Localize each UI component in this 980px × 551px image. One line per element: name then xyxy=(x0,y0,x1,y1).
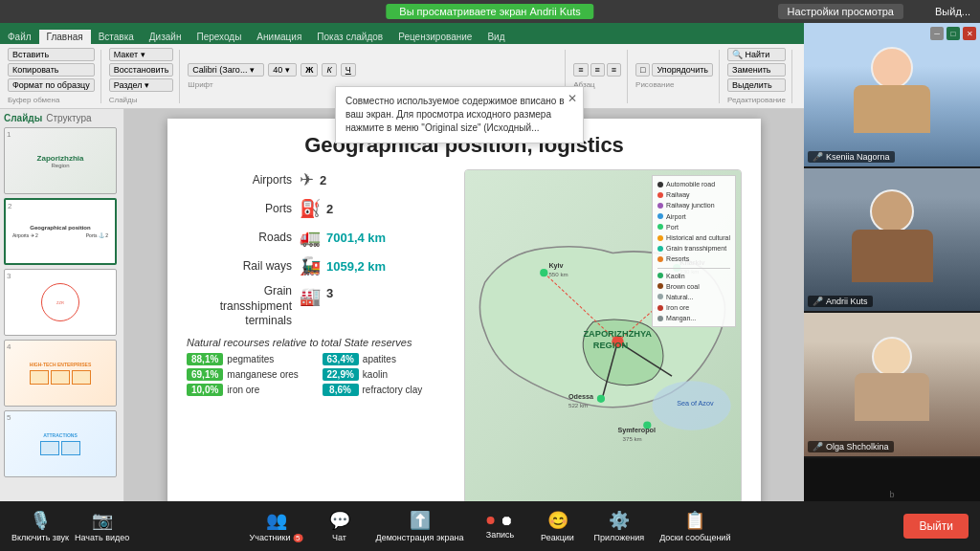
toggle-video-button[interactable]: 📷 Начать видео xyxy=(75,510,129,542)
new-slide-button[interactable]: Макет ▾ xyxy=(109,48,174,61)
share-icon: ⬆️ xyxy=(410,510,431,531)
tab-transitions[interactable]: Переходы xyxy=(189,30,249,44)
tab-animation[interactable]: Анимация xyxy=(249,30,309,44)
copy-button[interactable]: Копировать xyxy=(8,63,95,77)
tab-review[interactable]: Рецензирование xyxy=(390,30,479,44)
symferopol-dist: 375 km xyxy=(623,435,642,442)
apps-button[interactable]: ⚙️ Приложения xyxy=(594,510,645,542)
align-left-button[interactable]: ≡ xyxy=(573,63,588,77)
legend-dot-junction xyxy=(657,203,663,209)
align-center-button[interactable]: ≡ xyxy=(590,63,605,77)
shape-button[interactable]: □ xyxy=(635,63,650,77)
structure-tab[interactable]: Структура xyxy=(46,113,91,123)
kaolin-label: kaolin xyxy=(363,369,388,380)
person-body-2 xyxy=(852,230,933,282)
participant-name-andrii: Andrii Kuts xyxy=(826,297,868,306)
apatites-badge: 63,4% xyxy=(323,353,359,365)
reactions-button[interactable]: 😊 Реакции xyxy=(537,510,579,542)
boards-label: Доски сообщений xyxy=(659,533,730,542)
legend-dot-port xyxy=(657,224,663,230)
slide-thumb-4[interactable]: 4 HIGH-TECH ENTERPRISES xyxy=(4,340,117,407)
minimize-btn-1[interactable]: ─ xyxy=(930,27,944,40)
record-icon: ⏺ xyxy=(500,513,513,528)
tab-view[interactable]: Вид xyxy=(479,30,512,44)
slide-num-2: 2 xyxy=(8,202,11,210)
ports-label: Ports xyxy=(187,202,292,215)
slide-thumb-1[interactable]: 1 Zaporizhzhia Region xyxy=(4,127,117,194)
legend-dot-resorts xyxy=(657,256,663,262)
participant-label-kseniia: 🎤 Kseniia Nagorna xyxy=(808,151,895,163)
bold-button[interactable]: Ж xyxy=(301,63,318,77)
slides-group: Макет ▾ Восстановить Раздел ▾ Слайды xyxy=(109,50,181,103)
tab-design[interactable]: Дизайн xyxy=(142,30,189,44)
toggle-mic-button[interactable]: 🎙️ Включить звук xyxy=(11,510,69,542)
tab-home[interactable]: Главная xyxy=(39,30,91,44)
legend-dot-airport xyxy=(657,213,663,219)
refractory-badge: 8,6% xyxy=(323,384,359,396)
tab-slideshow[interactable]: Показ слайдов xyxy=(309,30,390,44)
grain-icon: 🏭 xyxy=(300,286,321,307)
paste-button[interactable]: Вставить xyxy=(8,48,95,61)
arrange-button[interactable]: Упорядочить xyxy=(652,63,713,77)
user-info[interactable]: Выйд... xyxy=(935,6,970,17)
italic-button[interactable]: К xyxy=(322,63,336,77)
legend-text-attractions: Historical and cultural xyxy=(666,232,730,243)
close-btn-1[interactable]: ✕ xyxy=(963,27,976,40)
slide-num-4: 4 xyxy=(7,342,11,351)
legend-dot-attractions xyxy=(657,235,663,241)
video-tile-olga: 🎤 Olga Shcholkina xyxy=(804,313,980,456)
underline-button[interactable]: Ч xyxy=(341,63,356,77)
kyiv-label: Kyiv xyxy=(548,261,563,270)
tab-file[interactable]: Файл xyxy=(0,30,39,44)
grain-value: 3 xyxy=(326,286,333,300)
legend-text-port: Port xyxy=(666,222,679,232)
logistics-grain: Graintransshipmentterminals 🏭 3 xyxy=(187,284,455,329)
font-family-select[interactable]: Calibri (Заго... ▾ xyxy=(188,63,264,77)
exit-button[interactable]: Выйти xyxy=(903,514,969,539)
tooltip-close-button[interactable]: ✕ xyxy=(568,91,577,107)
participants-icon: 👥 xyxy=(266,510,287,531)
odessa-dot xyxy=(597,395,605,403)
legend-dot-automobile xyxy=(657,182,663,187)
section-button[interactable]: Раздел ▾ xyxy=(109,78,174,92)
mic-icon: 🎙️ xyxy=(30,510,51,531)
tab-insert[interactable]: Вставка xyxy=(91,30,142,44)
find-button[interactable]: 🔍 Найти xyxy=(727,48,786,61)
slide-thumb-3[interactable]: 3 ZZR xyxy=(4,269,117,336)
person-body-3 xyxy=(855,373,929,421)
railways-value: 1059,2 km xyxy=(326,259,386,274)
apps-label: Приложения xyxy=(594,533,645,542)
participant-name-olga: Olga Shcholkina xyxy=(826,442,889,452)
share-screen-button[interactable]: ⬆️ Демонстрация экрана xyxy=(376,510,464,542)
region-label: ZAPORIZHZHYA xyxy=(583,329,652,339)
legend-dot-kaolin xyxy=(657,273,663,278)
taskbar-center: 👥 Участники 5 💬 Чат ⬆️ Демонстрация экра… xyxy=(250,510,731,542)
ppt-tabs: Файл Главная Вставка Дизайн Переходы Ани… xyxy=(0,23,804,44)
view-settings-button[interactable]: Настройки просмотра xyxy=(778,4,903,19)
slide-thumb-5[interactable]: 5 ATTRACTIONS xyxy=(4,410,117,477)
format-button[interactable]: Формат по образцу xyxy=(8,78,95,92)
replace-button[interactable]: Заменить xyxy=(727,63,786,77)
chat-label: Чат xyxy=(332,533,346,542)
font-size-select[interactable]: 40 ▾ xyxy=(268,63,297,77)
legend-text-railway: Railway xyxy=(666,189,690,200)
participants-button[interactable]: 👥 Участники 5 xyxy=(250,510,303,542)
kyiv-dot xyxy=(540,269,547,276)
chat-button[interactable]: 💬 Чат xyxy=(319,510,361,542)
record-button[interactable]: ⏺ Запись xyxy=(479,513,522,540)
region-label-2: REGION xyxy=(593,341,629,350)
maximize-btn-1[interactable]: □ xyxy=(947,27,960,40)
select-button[interactable]: Выделить xyxy=(727,78,786,92)
ports-value: 2 xyxy=(326,202,333,216)
main-slide-area: Geographical position, logistics Airport… xyxy=(124,109,804,530)
taskbar-left: 🎙️ Включить звук 📷 Начать видео xyxy=(11,510,129,542)
legend-dot-iron xyxy=(657,305,663,311)
align-right-button[interactable]: ≡ xyxy=(607,63,621,77)
legend-attractions: Historical and cultural xyxy=(657,232,730,243)
boards-button[interactable]: 📋 Доски сообщений xyxy=(659,510,730,542)
reset-button[interactable]: Восстановить xyxy=(109,63,174,77)
slide-thumb-2[interactable]: 2 Geographical position Airports ✈ 2Port… xyxy=(4,198,117,265)
slides-tab[interactable]: Слайды xyxy=(4,113,42,123)
roads-label: Roads xyxy=(187,231,292,244)
person-bg-1 xyxy=(804,23,980,166)
